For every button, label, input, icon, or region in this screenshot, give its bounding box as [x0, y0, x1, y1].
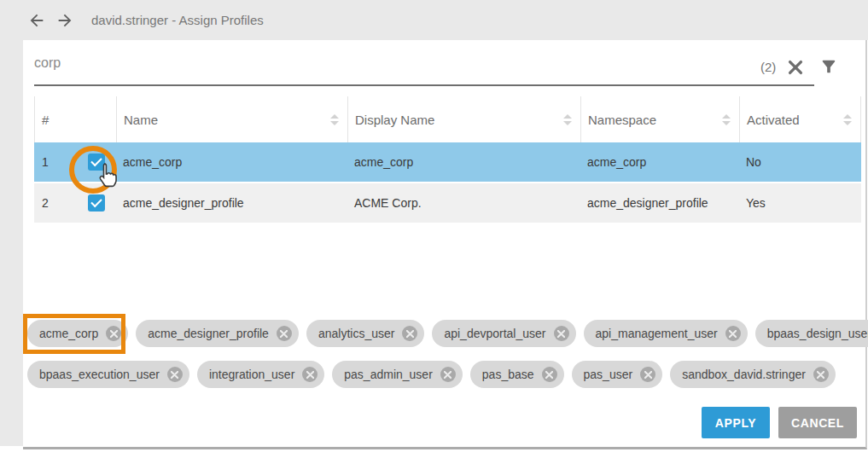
remove-chip-icon[interactable] [554, 326, 569, 341]
forward-arrow-icon[interactable] [55, 11, 74, 30]
filter-icon[interactable] [819, 57, 838, 76]
row-checkbox[interactable] [88, 194, 105, 212]
back-arrow-icon[interactable] [27, 11, 46, 30]
profile-chip: bpaas_design_user [755, 320, 868, 347]
page-title: david.stringer - Assign Profiles [91, 13, 264, 27]
cell-namespace: acme_corp [580, 155, 739, 169]
row-number: 2 [42, 196, 88, 210]
sort-icon[interactable] [563, 114, 572, 125]
profile-chip: api_management_user [584, 320, 748, 347]
window-header: david.stringer - Assign Profiles [0, 0, 868, 40]
remove-chip-icon[interactable] [302, 367, 317, 382]
assign-profiles-window: david.stringer - Assign Profiles (2) # N… [0, 0, 868, 452]
sort-icon[interactable] [722, 114, 731, 125]
cell-name: acme_designer_profile [116, 196, 347, 210]
column-header-number: # [34, 96, 116, 142]
remove-chip-icon[interactable] [725, 326, 741, 341]
profile-chip: pas_admin_user [332, 361, 463, 388]
sort-icon[interactable] [330, 114, 339, 125]
column-header-display-name: Display Name [347, 96, 580, 142]
table-header-row: # Name Display Name Namespace Activated [34, 96, 861, 142]
profile-chip: sandbox_david.stringer [670, 361, 836, 388]
assign-profiles-dialog: (2) # Name Display Name [23, 40, 867, 449]
column-header-activated: Activated [739, 96, 861, 142]
table-row[interactable]: 1 acme_corp acme_corp acme_corp No [34, 142, 861, 183]
profile-chip: acme_designer_profile [136, 320, 299, 347]
search-bar: (2) [23, 40, 865, 96]
table-row[interactable]: 2 acme_designer_profile ACME Corp. acme_… [34, 183, 861, 224]
assigned-profiles-row-2: bpaas_execution_user integration_user pa… [27, 361, 836, 388]
remove-chip-icon[interactable] [106, 326, 121, 341]
profile-chip: pas_user [572, 361, 663, 388]
apply-button[interactable]: APPLY [702, 407, 770, 438]
cell-display-name: ACME Corp. [347, 196, 580, 210]
remove-chip-icon[interactable] [640, 367, 655, 382]
remove-chip-icon[interactable] [402, 326, 417, 341]
cell-display-name: acme_corp [347, 155, 580, 169]
cell-activated: Yes [739, 196, 861, 210]
search-input[interactable] [34, 55, 768, 71]
clear-search-icon[interactable] [786, 58, 805, 77]
left-margin [0, 40, 23, 446]
row-checkbox[interactable] [88, 154, 105, 171]
remove-chip-icon[interactable] [813, 367, 829, 382]
assigned-profiles-row-1: acme_corp acme_designer_profile analytic… [27, 320, 868, 347]
cell-activated: No [739, 155, 861, 169]
remove-chip-icon[interactable] [542, 367, 557, 382]
search-underline [34, 84, 814, 86]
profile-chip: api_devportal_user [432, 320, 575, 347]
result-count: (2) [760, 60, 776, 74]
column-header-name: Name [116, 96, 347, 142]
profile-chip: acme_corp [27, 320, 128, 347]
sort-icon[interactable] [843, 114, 852, 125]
remove-chip-icon[interactable] [167, 367, 183, 382]
column-header-namespace: Namespace [580, 96, 739, 142]
profiles-table: # Name Display Name Namespace Activated [34, 96, 861, 224]
remove-chip-icon[interactable] [277, 326, 292, 341]
profile-chip: bpaas_execution_user [27, 361, 189, 388]
profile-chip: pas_base [470, 361, 564, 388]
cell-name: acme_corp [116, 155, 347, 169]
profile-chip: integration_user [197, 361, 324, 388]
remove-chip-icon[interactable] [440, 367, 456, 382]
cancel-button[interactable]: CANCEL [778, 407, 857, 438]
row-number: 1 [42, 155, 88, 169]
cell-namespace: acme_designer_profile [580, 196, 739, 210]
profile-chip: analytics_user [306, 320, 425, 347]
